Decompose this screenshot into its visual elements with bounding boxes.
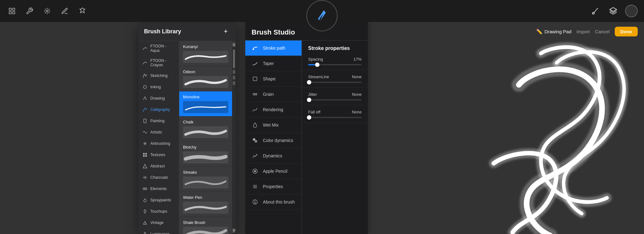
brush-name-shale: Shale Brush — [183, 220, 228, 225]
brush-icon[interactable] — [590, 5, 601, 17]
brush-item-streaks[interactable]: Streaks — [179, 167, 232, 192]
studio-nav-wet-mix[interactable]: Wet Mix — [245, 117, 302, 133]
spacing-slider[interactable] — [308, 64, 362, 65]
studio-nav-properties[interactable]: Properties — [245, 179, 302, 194]
studio-nav-grain[interactable]: Grain — [245, 87, 302, 102]
streamline-slider[interactable] — [308, 82, 362, 83]
category-painting[interactable]: Painting — [138, 115, 179, 127]
scroll-marker-3 — [233, 81, 235, 85]
vintage-icon — [142, 220, 148, 226]
category-textures[interactable]: Textures — [138, 149, 179, 161]
category-ftoon-crayon[interactable]: FTOON - Crayon — [138, 56, 179, 70]
add-brush-button[interactable]: + — [221, 27, 230, 36]
cancel-button[interactable]: Cancel — [595, 29, 610, 34]
falloff-thumb[interactable] — [307, 115, 311, 120]
studio-nav-color-dynamics[interactable]: Color dynamics — [245, 133, 302, 148]
wrench-icon[interactable] — [24, 5, 35, 17]
layers-icon[interactable] — [608, 5, 619, 17]
brush-name-water-pen: Water Pen — [183, 195, 228, 200]
falloff-slider[interactable] — [308, 117, 362, 118]
brush-preview-streaks — [183, 177, 228, 188]
adjust-icon[interactable] — [42, 5, 53, 17]
charcoals-label: Charcoals — [150, 175, 168, 180]
about-icon — [252, 199, 258, 205]
jitter-thumb[interactable] — [307, 98, 311, 102]
category-airbrushing[interactable]: Airbrushing — [138, 138, 179, 149]
color-dynamics-icon — [252, 137, 258, 144]
brush-name-streaks: Streaks — [183, 170, 228, 175]
category-elements[interactable]: Elements — [138, 183, 179, 194]
elements-label: Elements — [150, 187, 167, 191]
studio-nav-about[interactable]: About this brush — [245, 194, 302, 210]
svg-point-5 — [592, 12, 594, 14]
category-artistic[interactable]: Artistic — [138, 127, 179, 138]
brush-item-water-pen[interactable]: Water Pen — [179, 192, 232, 217]
pencil-tool-circle[interactable] — [306, 0, 338, 31]
category-touchups[interactable]: Touchups — [138, 206, 179, 217]
color-circle[interactable] — [625, 5, 638, 17]
brush-item-odeon[interactable]: Odeon — [179, 66, 232, 91]
brush-list-scrollbar[interactable]: ▲ ▼ — [232, 41, 236, 234]
spacing-label: Spacing — [308, 57, 323, 62]
ftoon-aqua-icon — [142, 46, 148, 51]
category-charcoals[interactable]: Charcoals — [138, 172, 179, 183]
category-inking[interactable]: Inking — [138, 81, 179, 93]
rendering-label: Rendering — [263, 107, 283, 112]
gallery-icon[interactable] — [6, 5, 18, 17]
category-abstract[interactable]: Abstract — [138, 161, 179, 172]
grain-icon — [252, 91, 258, 98]
textures-label: Textures — [150, 153, 165, 157]
brush-item-shale[interactable]: Shale Brush — [179, 217, 232, 234]
studio-nav-shape[interactable]: Shape — [245, 71, 302, 87]
streamline-thumb[interactable] — [307, 80, 311, 84]
category-spraypaints[interactable]: Spraypaints — [138, 194, 179, 206]
brush-item-kunanyi[interactable]: Kunanyi — [179, 41, 232, 66]
drawing-pad-label: ✏️ Drawing Pad — [536, 29, 571, 35]
category-vintage[interactable]: Vintage — [138, 217, 179, 228]
brush-item-monoline[interactable]: Monoline — [179, 91, 232, 117]
svg-point-37 — [255, 200, 255, 201]
studio-nav-dynamics[interactable]: Dynamics — [245, 148, 302, 164]
stroke-props-title: Stroke properties — [302, 41, 368, 52]
studio-nav-stroke-path[interactable]: Stroke path — [245, 41, 302, 56]
category-calligraphy[interactable]: Calligraphy — [138, 104, 179, 115]
streamline-value: None — [352, 74, 362, 79]
jitter-slider[interactable] — [308, 99, 362, 101]
brush-list: Kunanyi Odeon — [179, 41, 232, 234]
properties-label: Properties — [263, 184, 283, 189]
scroll-down-btn[interactable]: ▼ — [232, 228, 236, 233]
properties-icon — [252, 183, 258, 190]
studio-nav-taper[interactable]: Taper — [245, 56, 302, 71]
calligraphy-label: Calligraphy — [150, 107, 170, 112]
brush-item-chalk[interactable]: Chalk — [179, 117, 232, 142]
svg-point-9 — [144, 143, 146, 144]
category-sketching[interactable]: Sketching — [138, 70, 179, 81]
stroke-path-icon — [252, 45, 258, 52]
abstract-icon — [142, 163, 148, 169]
drawing-canvas[interactable] — [368, 22, 644, 234]
spacing-thumb[interactable] — [315, 63, 319, 67]
category-ftoon-aqua[interactable]: FTOON - Aqua — [138, 41, 179, 56]
spraypaints-icon — [142, 197, 148, 203]
studio-nav-rendering[interactable]: Rendering — [245, 102, 302, 117]
svg-rect-0 — [9, 8, 11, 10]
import-button[interactable]: Import — [576, 29, 590, 34]
done-button[interactable]: Done — [615, 27, 638, 36]
pin-icon[interactable] — [77, 5, 88, 17]
category-luminance[interactable]: Luminance — [138, 228, 179, 234]
brush-item-blotchy[interactable]: Blotchy — [179, 142, 232, 167]
scroll-thumb[interactable] — [233, 49, 235, 68]
category-drawing[interactable]: Drawing — [138, 93, 179, 104]
svg-point-31 — [254, 170, 256, 172]
studio-nav-apple-pencil[interactable]: Apple Pencil — [245, 164, 302, 179]
jitter-prop: Jitter None — [302, 88, 368, 105]
svg-marker-14 — [143, 164, 147, 168]
abstract-label: Abstract — [150, 164, 165, 168]
script-icon[interactable] — [59, 5, 70, 17]
spraypaints-label: Spraypaints — [150, 198, 171, 202]
scroll-up-btn[interactable]: ▲ — [232, 42, 236, 47]
wet-mix-icon — [252, 122, 258, 128]
charcoals-icon — [142, 175, 148, 180]
luminance-icon — [142, 231, 148, 234]
brush-library-body: FTOON - Aqua FTOON - Crayon Sketching — [138, 41, 236, 234]
